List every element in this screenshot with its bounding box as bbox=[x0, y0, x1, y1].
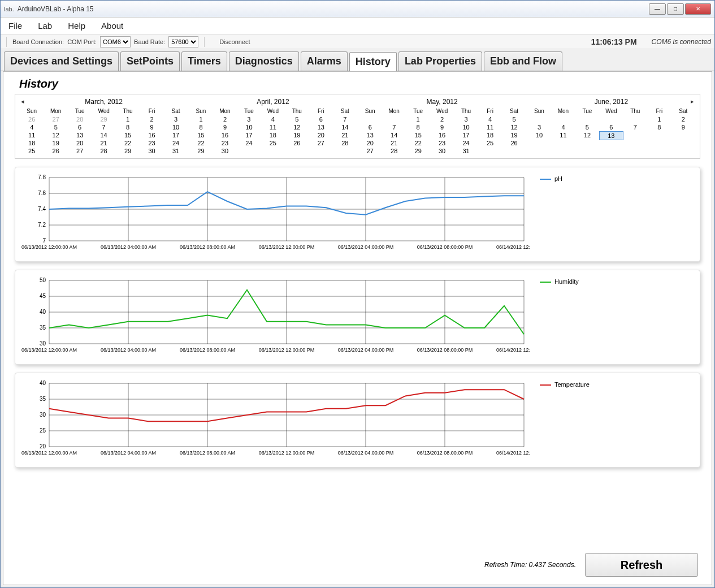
calendar-day[interactable]: 4 bbox=[551, 123, 575, 131]
calendar-day[interactable]: 8 bbox=[647, 123, 671, 131]
calendar-day[interactable]: 30 bbox=[140, 147, 163, 155]
calendar-day[interactable]: 11 bbox=[20, 131, 44, 139]
calendar-day[interactable]: 13 bbox=[68, 131, 92, 139]
calendar-day[interactable]: 7 bbox=[92, 123, 115, 131]
calendar-day[interactable]: 15 bbox=[189, 131, 213, 139]
calendar-day[interactable]: 27 bbox=[358, 147, 382, 155]
calendar-day[interactable]: 1 bbox=[647, 115, 671, 123]
calendar-day[interactable]: 4 bbox=[261, 115, 285, 123]
calendar-day[interactable]: 9 bbox=[213, 123, 237, 131]
calendar-day[interactable]: 23 bbox=[140, 139, 163, 147]
calendar-day[interactable]: 1 bbox=[406, 115, 430, 123]
calendar-day[interactable]: 9 bbox=[140, 123, 163, 131]
calendar-day[interactable]: 2 bbox=[213, 115, 237, 123]
calendar-prev[interactable]: ◂ bbox=[21, 98, 24, 105]
calendar-day[interactable]: 12 bbox=[285, 123, 309, 131]
tab-devices[interactable]: Devices and Settings bbox=[4, 51, 119, 71]
calendar-day[interactable]: 1 bbox=[116, 115, 140, 123]
calendar-day[interactable]: 8 bbox=[189, 123, 213, 131]
calendar-day[interactable]: 5 bbox=[44, 123, 67, 131]
calendar-day[interactable]: 20 bbox=[358, 139, 382, 147]
calendar-day[interactable]: 27 bbox=[309, 139, 333, 147]
menu-help[interactable]: Help bbox=[68, 21, 85, 31]
calendar-day[interactable]: 16 bbox=[213, 131, 237, 139]
calendar-day[interactable]: 6 bbox=[309, 115, 333, 123]
calendar-day[interactable]: 3 bbox=[454, 115, 478, 123]
calendar-day[interactable]: 26 bbox=[44, 147, 67, 155]
calendar-day[interactable]: 13 bbox=[599, 131, 623, 140]
calendar-day[interactable]: 6 bbox=[68, 123, 92, 131]
calendar-day[interactable]: 2 bbox=[140, 115, 163, 123]
calendar-day[interactable]: 20 bbox=[309, 131, 333, 139]
calendar-day[interactable]: 11 bbox=[478, 123, 502, 131]
calendar-day[interactable]: 5 bbox=[502, 115, 526, 123]
calendar-day[interactable]: 9 bbox=[430, 123, 454, 131]
calendar-day[interactable]: 24 bbox=[454, 139, 478, 147]
calendar-day[interactable]: 19 bbox=[44, 139, 67, 147]
calendar-day[interactable]: 15 bbox=[406, 131, 430, 139]
calendar-day[interactable]: 26 bbox=[502, 139, 526, 147]
calendar-day[interactable]: 2 bbox=[671, 115, 695, 123]
refresh-button[interactable]: Refresh bbox=[585, 553, 698, 577]
calendar-day[interactable]: 28 bbox=[92, 147, 115, 155]
calendar-day[interactable]: 16 bbox=[430, 131, 454, 139]
calendar-day[interactable]: 18 bbox=[20, 139, 44, 147]
calendar-day[interactable]: 2 bbox=[430, 115, 454, 123]
calendar-day[interactable]: 10 bbox=[237, 123, 261, 131]
tab-ebb-flow[interactable]: Ebb and Flow bbox=[484, 51, 562, 71]
calendar-day[interactable]: 22 bbox=[189, 139, 213, 147]
calendar-day[interactable]: 12 bbox=[44, 131, 67, 139]
calendar-day[interactable]: 8 bbox=[406, 123, 430, 131]
calendar-day[interactable]: 20 bbox=[68, 139, 92, 147]
calendar-day[interactable]: 1 bbox=[189, 115, 213, 123]
calendar-day[interactable]: 18 bbox=[261, 131, 285, 139]
tab-timers[interactable]: Timers bbox=[181, 51, 227, 71]
calendar-day[interactable]: 29 bbox=[189, 147, 213, 155]
calendar-day[interactable]: 14 bbox=[382, 131, 406, 139]
calendar-day[interactable]: 3 bbox=[164, 115, 188, 123]
close-button[interactable]: ✕ bbox=[685, 3, 711, 15]
calendar-day[interactable]: 17 bbox=[164, 131, 188, 139]
calendar-day[interactable]: 4 bbox=[478, 115, 502, 123]
calendar-day[interactable]: 16 bbox=[140, 131, 163, 139]
calendar-day[interactable]: 26 bbox=[285, 139, 309, 147]
calendar-day[interactable]: 28 bbox=[382, 147, 406, 155]
calendar-day[interactable]: 14 bbox=[92, 131, 115, 139]
calendar-day[interactable]: 22 bbox=[116, 139, 140, 147]
baud-select[interactable]: 57600 bbox=[168, 36, 198, 47]
calendar-day[interactable]: 11 bbox=[261, 123, 285, 131]
minimize-button[interactable]: — bbox=[649, 3, 666, 15]
calendar-next[interactable]: ▸ bbox=[691, 98, 694, 105]
calendar-day[interactable]: 29 bbox=[116, 147, 140, 155]
calendar-day[interactable]: 28 bbox=[333, 139, 357, 147]
calendar-day[interactable]: 27 bbox=[44, 115, 67, 123]
calendar-day[interactable]: 3 bbox=[527, 123, 551, 131]
calendar-day[interactable]: 24 bbox=[164, 139, 188, 147]
calendar-day[interactable]: 22 bbox=[406, 139, 430, 147]
calendar-day[interactable]: 6 bbox=[599, 123, 623, 131]
calendar-day[interactable]: 7 bbox=[623, 123, 647, 131]
calendar-day[interactable]: 30 bbox=[430, 147, 454, 155]
tab-diagnostics[interactable]: Diagnostics bbox=[229, 51, 299, 71]
tab-alarms[interactable]: Alarms bbox=[301, 51, 348, 71]
tab-setpoints[interactable]: SetPoints bbox=[120, 51, 180, 71]
calendar-day[interactable]: 29 bbox=[406, 147, 430, 155]
calendar-day[interactable]: 8 bbox=[116, 123, 140, 131]
calendar-day[interactable]: 13 bbox=[309, 123, 333, 131]
calendar-day[interactable]: 17 bbox=[237, 131, 261, 139]
calendar-day[interactable]: 11 bbox=[551, 131, 575, 140]
tab-lab-properties[interactable]: Lab Properties bbox=[398, 51, 482, 71]
calendar-day[interactable]: 7 bbox=[382, 123, 406, 131]
calendar-day[interactable]: 23 bbox=[430, 139, 454, 147]
calendar-day[interactable]: 25 bbox=[20, 147, 44, 155]
calendar-day[interactable]: 21 bbox=[382, 139, 406, 147]
calendar-day[interactable]: 7 bbox=[333, 115, 357, 123]
calendar-day[interactable]: 12 bbox=[575, 131, 599, 140]
calendar-day[interactable]: 21 bbox=[333, 131, 357, 139]
calendar-day[interactable]: 3 bbox=[237, 115, 261, 123]
calendar-day[interactable]: 23 bbox=[213, 139, 237, 147]
calendar-day[interactable]: 31 bbox=[454, 147, 478, 155]
calendar-day[interactable]: 5 bbox=[285, 115, 309, 123]
calendar-day[interactable]: 17 bbox=[454, 131, 478, 139]
calendar-day[interactable]: 30 bbox=[213, 147, 237, 155]
